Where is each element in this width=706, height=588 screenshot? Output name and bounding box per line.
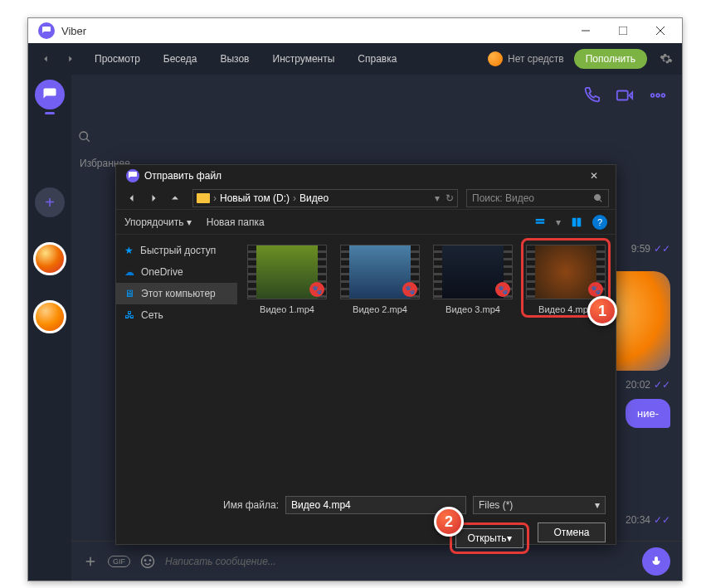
file-name: Видео 1.mp4 (260, 304, 314, 314)
video-icon[interactable] (616, 86, 634, 104)
minimize-button[interactable] (567, 18, 604, 43)
file-list: 🐾 Видео 1.mp4 🐾 Видео 2.mp4 🐾 Видео 3.mp… (237, 235, 616, 488)
settings-icon[interactable] (655, 48, 677, 70)
filename-label: Имя файла: (217, 499, 279, 511)
open-button[interactable]: Открыть ▾ (455, 528, 523, 548)
menubar: Просмотр Беседа Вызов Инструменты Справк… (28, 43, 682, 75)
dialog-body: ★Быстрый доступ ☁OneDrive 🖥Этот компьюте… (116, 235, 616, 488)
folder-icon (197, 193, 210, 203)
msg2-bubble: ние- (626, 399, 670, 428)
svg-rect-1 (619, 27, 627, 35)
menu-tools[interactable]: Инструменты (261, 53, 347, 65)
preview-icon[interactable] (571, 216, 582, 228)
nav-back-icon[interactable] (123, 189, 141, 207)
menu-icon[interactable] (649, 86, 667, 104)
call-icon[interactable] (582, 86, 601, 104)
menu-call[interactable]: Вызов (208, 53, 260, 65)
svg-point-5 (651, 94, 655, 97)
crumb-folder[interactable]: Видео (299, 192, 329, 204)
msg3-time: 20:34✓✓ (626, 514, 670, 526)
msg2-time: 20:02✓✓ (626, 379, 670, 391)
titlebar: Viber (28, 18, 682, 43)
viber-window: Viber Просмотр Беседа Вызов Инструменты … (27, 17, 683, 581)
new-folder-button[interactable]: Новая папка (207, 216, 265, 228)
svg-rect-16 (572, 217, 577, 226)
view-icon[interactable] (534, 216, 546, 228)
dialog-close-icon[interactable]: ✕ (577, 165, 611, 187)
viber-icon (38, 22, 55, 39)
tree-thispc[interactable]: 🖥Этот компьютер (116, 283, 237, 304)
maximize-button[interactable] (604, 18, 641, 43)
dialog-toolbar: Упорядочить ▾ Новая папка ▾ ? (116, 210, 616, 235)
chat-header (71, 75, 682, 116)
chats-button[interactable] (35, 80, 65, 109)
tree-onedrive[interactable]: ☁OneDrive (116, 261, 237, 283)
svg-rect-4 (617, 91, 628, 100)
file-item[interactable]: 🐾 Видео 2.mp4 (338, 245, 421, 314)
svg-rect-15 (536, 221, 545, 223)
filetype-select[interactable]: Files (*)▾ (473, 496, 606, 514)
annotation-badge-2: 2 (434, 507, 464, 537)
help-icon[interactable]: ? (592, 215, 607, 230)
annotation-badge-1: 1 (587, 296, 617, 326)
attach-icon[interactable] (83, 554, 98, 569)
file-item-selected[interactable]: 🐾 Видео 4.mp4 1 (524, 245, 607, 314)
svg-rect-17 (577, 217, 582, 226)
nav-up-icon[interactable] (166, 189, 184, 207)
file-name: Видео 3.mp4 (446, 304, 500, 314)
file-dialog: Отправить файл ✕ › Новый том (D:) › Виде… (115, 164, 616, 545)
contact-avatar-2[interactable] (33, 300, 66, 333)
window-title: Viber (61, 25, 86, 37)
menu-view[interactable]: Просмотр (83, 53, 152, 65)
left-rail: + (28, 75, 71, 581)
tree-network[interactable]: 🖧Сеть (116, 304, 237, 326)
balance-text: Нет средств (508, 53, 564, 65)
dialog-search[interactable]: Поиск: Видео (466, 189, 609, 207)
search-icon (593, 193, 603, 203)
crumb-drive[interactable]: Новый том (D:) (220, 192, 290, 204)
contact-avatar-1[interactable] (33, 242, 66, 275)
dialog-footer: Имя файла: Files (*)▾ 2 Открыть ▾ Отмена (116, 488, 616, 562)
cancel-button[interactable]: Отмена (538, 522, 606, 542)
dialog-nav: › Новый том (D:) › Видео ▾ ↻ Поиск: Виде… (116, 187, 616, 210)
file-item[interactable]: 🐾 Видео 3.mp4 (431, 245, 514, 314)
add-button[interactable]: + (35, 187, 65, 217)
tree-quick[interactable]: ★Быстрый доступ (116, 240, 237, 261)
menu-help[interactable]: Справка (346, 53, 408, 65)
main-area: + Избраннее 9:59✓✓ 20:02✓✓ ние- 20:34✓✓ (28, 75, 682, 581)
breadcrumb[interactable]: › Новый том (D:) › Видео ▾ ↻ (192, 189, 458, 207)
nav-fwd-button[interactable] (58, 46, 83, 71)
dialog-titlebar: Отправить файл ✕ (116, 165, 616, 187)
menu-chat[interactable]: Беседа (152, 53, 209, 65)
open-highlight: 2 Открыть ▾ (450, 522, 529, 554)
search-icon[interactable] (78, 126, 113, 148)
mic-button[interactable] (642, 547, 670, 576)
file-item[interactable]: 🐾 Видео 1.mp4 (246, 245, 329, 314)
svg-point-7 (662, 94, 665, 97)
balance-icon (488, 51, 503, 66)
svg-point-6 (656, 94, 660, 97)
nav-back-button[interactable] (33, 46, 58, 71)
organize-button[interactable]: Упорядочить ▾ (124, 216, 192, 228)
dialog-title: Отправить файл (144, 170, 222, 182)
topup-button[interactable]: Пополнить (574, 49, 647, 69)
dialog-icon (126, 169, 139, 182)
svg-rect-14 (536, 218, 545, 220)
nav-fwd-icon[interactable] (144, 189, 163, 207)
close-button[interactable] (641, 18, 679, 43)
file-name: Видео 2.mp4 (353, 304, 407, 314)
msg1-time: 9:59✓✓ (631, 243, 670, 255)
tree: ★Быстрый доступ ☁OneDrive 🖥Этот компьюте… (116, 235, 237, 488)
